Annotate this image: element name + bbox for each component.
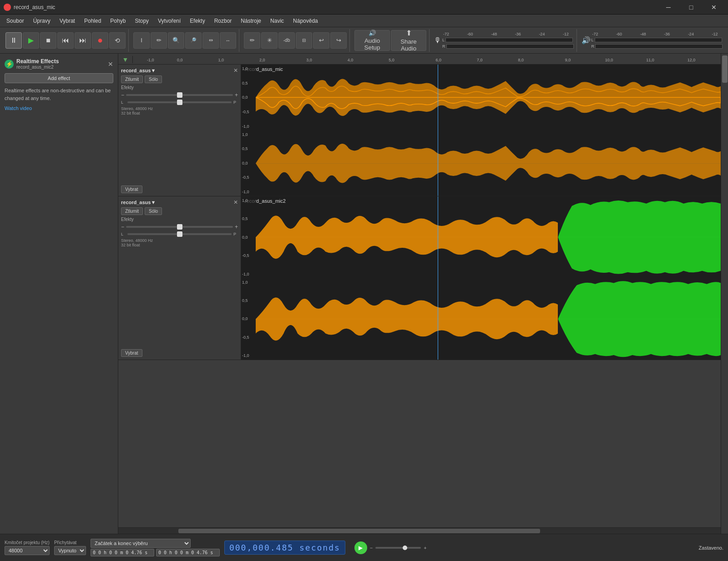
menu-nastroje[interactable]: Nástroje xyxy=(236,16,266,26)
minimize-button[interactable]: ─ xyxy=(658,0,679,15)
track-2-solo[interactable]: Sólo xyxy=(145,207,162,215)
add-effect-button[interactable]: Add effect xyxy=(5,73,113,83)
menu-vytvoreni[interactable]: Vytvoření xyxy=(153,16,185,26)
playhead-1 xyxy=(438,65,438,196)
ruler-mark: 1,0 xyxy=(218,58,224,62)
time-start-input[interactable] xyxy=(91,549,154,556)
menu-stopy[interactable]: Stopy xyxy=(130,16,153,26)
track-2-waveform[interactable]: record_asus_mic2 1,0 0,5 0,0 -0,5 -1,0 1… xyxy=(241,196,721,360)
clip-btn[interactable]: ⊟ xyxy=(296,32,312,49)
track-2-mute[interactable]: Ztlumit xyxy=(121,207,143,215)
track-2-close[interactable]: ✕ xyxy=(233,199,238,205)
track-1-solo[interactable]: Sólo xyxy=(145,75,162,83)
out-meter-track-l xyxy=(595,38,722,42)
pan-l-label: L xyxy=(121,100,126,105)
pause-button[interactable]: ⏸ xyxy=(5,32,22,49)
fader-thumb-2 xyxy=(177,224,182,230)
zoom-out-tool[interactable]: 🔎 xyxy=(185,32,202,49)
menu-pohyb[interactable]: Pohyb xyxy=(106,16,130,26)
loop-button[interactable]: ⟲ xyxy=(109,32,126,49)
audio-setup-icon: 🔊 xyxy=(369,30,376,36)
right-scrollbar[interactable] xyxy=(721,54,728,534)
menu-efekty[interactable]: Efekty xyxy=(185,16,209,26)
scale2-top: 1,0 0,5 0,0 -0,5 -1,0 xyxy=(241,196,256,278)
project-rate-select[interactable]: 48000 xyxy=(5,546,50,555)
record-button[interactable]: ● xyxy=(92,32,108,49)
mini-volume-track[interactable] xyxy=(375,547,421,549)
silence-btn[interactable]: -db xyxy=(278,32,295,49)
track-1-select[interactable]: Vybrat xyxy=(121,185,142,193)
track-1-effects-label: Efekty xyxy=(121,85,238,90)
selection-mode-select[interactable]: Začátek a konec výběru xyxy=(91,539,191,548)
tools-group: I ✏ 🔍 🔎 ⇔ ↔ xyxy=(131,29,239,52)
pan-track-1[interactable] xyxy=(127,101,232,103)
speaker-group: 🔊 -72 -60 -48 -36 -24 -12 L R xyxy=(579,29,726,52)
out-meter-label: -72 xyxy=(592,32,598,36)
ruler-mark: 12,0 xyxy=(688,58,696,62)
play-button[interactable]: ▶ xyxy=(23,32,39,49)
close-button[interactable]: ✕ xyxy=(703,0,724,15)
track-1-pan: L P xyxy=(121,100,238,105)
track-2-select[interactable]: Vybrat xyxy=(121,349,142,357)
audio-setup-group: 🔊 Audio Setup ⬆ Share Audio xyxy=(352,29,430,52)
track-1-close[interactable]: ✕ xyxy=(233,67,238,74)
time-end-input[interactable] xyxy=(156,549,220,556)
redo-btn[interactable]: ↪ xyxy=(330,32,347,49)
vertical-scroll-thumb[interactable] xyxy=(722,55,728,83)
out-meter-label: -36 xyxy=(664,32,670,36)
project-rate-group: Kmitočet projektu (Hz) 48000 xyxy=(5,540,50,555)
stop-button[interactable]: ■ xyxy=(40,32,56,49)
maximize-button[interactable]: □ xyxy=(681,0,702,15)
menu-pohled[interactable]: Pohled xyxy=(80,16,106,26)
panel-title-block: Realtime Effects record_asus_mic2 xyxy=(16,58,59,70)
track-2-info: Stereo, 48000 Hz32 bit float xyxy=(121,238,238,247)
envelope-tool[interactable]: ✏ xyxy=(151,32,167,49)
zoom-in-tool[interactable]: 🔍 xyxy=(168,32,184,49)
menu-navic[interactable]: Navic xyxy=(266,16,288,26)
out-meter-label: -48 xyxy=(640,32,646,36)
fader-track-2[interactable] xyxy=(126,226,233,228)
fader2-plus-icon: + xyxy=(235,224,238,230)
panel-close-button[interactable]: ✕ xyxy=(108,60,113,68)
zoom-sel[interactable]: ↔ xyxy=(220,32,236,49)
menu-upravy[interactable]: Úpravy xyxy=(29,16,55,26)
meter-label: -24 xyxy=(539,32,545,36)
selection-tool[interactable]: I xyxy=(133,32,150,49)
menu-rozbor[interactable]: Rozbor xyxy=(210,16,237,26)
horizontal-scrollbar[interactable] xyxy=(118,527,721,534)
menu-soubor[interactable]: Soubor xyxy=(2,16,29,26)
multi-tool[interactable]: ✳ xyxy=(261,32,278,49)
skip-forward-button[interactable]: ⏭ xyxy=(75,32,91,49)
fader-track-1[interactable] xyxy=(126,94,233,96)
audio-setup-button[interactable]: 🔊 Audio Setup xyxy=(354,30,390,51)
volume-minus-icon: − xyxy=(370,545,373,551)
ruler-mark: 7,0 xyxy=(477,58,483,62)
pan-track-2[interactable] xyxy=(127,233,232,235)
waveform-svg-bottom-1 xyxy=(256,130,721,196)
menu-vybrat[interactable]: Vybrat xyxy=(55,16,80,26)
draw-tool[interactable]: ✏ xyxy=(244,32,260,49)
panel-icon: ⚡ xyxy=(5,60,14,69)
scrollbar-thumb[interactable] xyxy=(178,529,540,533)
track-1-info: Stereo, 48000 Hz32 bit float xyxy=(121,106,238,115)
realtime-effects-panel: ⚡ Realtime Effects record_asus_mic2 ✕ Ad… xyxy=(0,54,118,534)
track-1-waveform[interactable]: record_asus_mic 1,0 0,5 0,0 -0,5 -1,0 1,… xyxy=(241,65,721,196)
main-layout: ⚡ Realtime Effects record_asus_mic2 ✕ Ad… xyxy=(0,54,728,534)
snap-select[interactable]: Vypnuto xyxy=(54,546,86,555)
undo-btn[interactable]: ↩ xyxy=(313,32,329,49)
mini-play-button[interactable]: ▶ xyxy=(354,541,367,554)
volume-plus-icon: + xyxy=(424,545,426,551)
time-inputs xyxy=(91,549,220,556)
app-icon xyxy=(4,4,11,11)
mic-group: 🎙 -72 -60 -48 -36 -24 -12 L R xyxy=(431,29,577,52)
ruler-mark: 3,0 xyxy=(306,58,312,62)
fit-tool[interactable]: ⇔ xyxy=(202,32,219,49)
menu-napoveda[interactable]: Nápověda xyxy=(288,16,323,26)
share-audio-button[interactable]: ⬆ Share Audio xyxy=(391,30,426,51)
track-1-mute[interactable]: Ztlumit xyxy=(121,75,143,83)
selection-mode-group: Začátek a konec výběru xyxy=(91,539,220,556)
fader2-minus-icon: − xyxy=(121,224,124,230)
skip-back-button[interactable]: ⏮ xyxy=(57,32,74,49)
watch-video-link[interactable]: Watch video xyxy=(5,105,113,111)
share-audio-icon: ⬆ xyxy=(406,29,412,37)
